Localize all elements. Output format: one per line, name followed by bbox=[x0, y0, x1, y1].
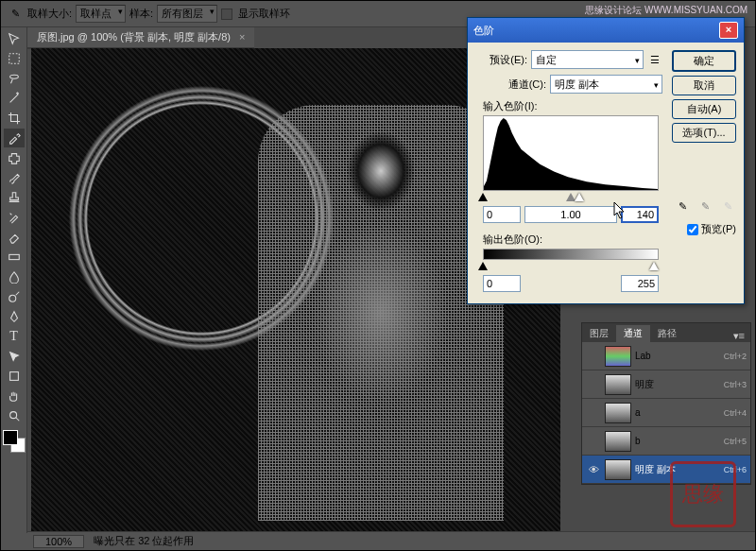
input-black-field[interactable] bbox=[483, 206, 521, 223]
panel-menu-icon[interactable]: ▾≡ bbox=[728, 330, 750, 342]
eyedropper-tool-icon: ✎ bbox=[7, 8, 24, 20]
show-ring-label: 显示取样环 bbox=[238, 7, 290, 21]
svg-point-2 bbox=[9, 295, 15, 301]
document-tab-title: 原图.jpg @ 100% (背景 副本, 明度 副本/8) bbox=[37, 31, 231, 43]
channel-row[interactable]: bCtrl+5 bbox=[582, 427, 750, 456]
output-gradient bbox=[483, 249, 659, 260]
blur-tool[interactable] bbox=[4, 267, 25, 286]
seal-stamp: 思缘 bbox=[670, 461, 736, 527]
eraser-tool[interactable] bbox=[4, 228, 25, 247]
tab-paths[interactable]: 路径 bbox=[650, 325, 684, 342]
channel-name: 明度 bbox=[635, 378, 720, 391]
input-gamma-field[interactable] bbox=[524, 206, 617, 223]
sample-select[interactable]: 所有图层 bbox=[157, 5, 217, 23]
gradient-tool[interactable] bbox=[4, 248, 25, 267]
channel-name: a bbox=[635, 407, 720, 418]
dialog-titlebar[interactable]: 色阶 × bbox=[468, 18, 744, 43]
output-white-slider[interactable] bbox=[649, 262, 659, 270]
eyedropper-group: ✎ ✎ ✎ bbox=[674, 198, 736, 215]
svg-rect-0 bbox=[9, 54, 19, 64]
hand-tool[interactable] bbox=[4, 387, 25, 405]
zoom-input[interactable]: 100% bbox=[33, 535, 84, 548]
channel-select[interactable]: 明度 副本 bbox=[550, 75, 662, 94]
sample-size-select[interactable]: 取样点 bbox=[76, 5, 126, 23]
document-tab[interactable]: 原图.jpg @ 100% (背景 副本, 明度 副本/8) × bbox=[27, 27, 254, 49]
crop-tool[interactable] bbox=[4, 109, 25, 128]
status-bar: 100% 曝光只在 32 位起作用 bbox=[27, 531, 755, 550]
channel-name: b bbox=[635, 436, 720, 446]
close-icon[interactable]: × bbox=[239, 31, 245, 43]
input-levels-label: 输入色阶(I): bbox=[483, 99, 662, 113]
channel-thumbnail bbox=[605, 403, 631, 423]
histogram bbox=[483, 115, 659, 191]
dialog-title: 色阶 bbox=[473, 24, 494, 38]
preset-select[interactable]: 自定 bbox=[531, 50, 644, 69]
white-point-slider[interactable] bbox=[575, 193, 584, 201]
dodge-tool[interactable] bbox=[4, 287, 25, 306]
input-white-field[interactable] bbox=[621, 206, 659, 223]
wand-tool[interactable] bbox=[4, 89, 25, 108]
input-slider[interactable] bbox=[483, 193, 659, 204]
brush-tool[interactable] bbox=[4, 168, 25, 187]
gray-eyedropper-icon[interactable]: ✎ bbox=[696, 198, 713, 215]
channel-thumbnail bbox=[605, 346, 631, 367]
channel-shortcut: Ctrl+5 bbox=[724, 437, 747, 446]
marquee-tool[interactable] bbox=[4, 49, 25, 68]
foreground-color[interactable] bbox=[3, 430, 18, 445]
mouse-cursor bbox=[613, 201, 627, 220]
path-select-tool[interactable] bbox=[4, 347, 25, 366]
toolbox: T bbox=[1, 27, 27, 533]
preview-checkbox[interactable] bbox=[687, 224, 698, 235]
svg-rect-1 bbox=[9, 254, 19, 259]
watermark-text: 思缘设计论坛 WWW.MISSYUAN.COM bbox=[585, 4, 747, 17]
channel-row[interactable]: LabCtrl+2 bbox=[582, 342, 750, 370]
levels-dialog: 色阶 × 确定 取消 自动(A) 选项(T)... 预设(E): 自定 ☰ 通道… bbox=[467, 17, 745, 304]
output-black-slider[interactable] bbox=[478, 262, 488, 270]
channel-thumbnail bbox=[605, 374, 631, 395]
output-white-field[interactable] bbox=[621, 275, 659, 292]
black-eyedropper-icon[interactable]: ✎ bbox=[674, 198, 691, 215]
ok-button[interactable]: 确定 bbox=[672, 50, 736, 72]
history-brush-tool[interactable] bbox=[4, 208, 25, 227]
tab-channels[interactable]: 通道 bbox=[616, 325, 650, 342]
pen-tool[interactable] bbox=[4, 307, 25, 326]
visibility-icon[interactable]: 👁 bbox=[586, 464, 601, 475]
eyedropper-tool[interactable] bbox=[4, 129, 25, 147]
channel-thumbnail bbox=[605, 459, 631, 480]
shape-tool[interactable] bbox=[4, 367, 25, 386]
channel-name: Lab bbox=[635, 351, 720, 361]
output-black-field[interactable] bbox=[483, 275, 521, 292]
channel-row[interactable]: 明度Ctrl+3 bbox=[582, 370, 750, 399]
stamp-tool[interactable] bbox=[4, 188, 25, 207]
type-tool[interactable]: T bbox=[4, 327, 25, 346]
color-swatches[interactable] bbox=[3, 430, 26, 453]
channel-shortcut: Ctrl+2 bbox=[724, 352, 747, 361]
auto-button[interactable]: 自动(A) bbox=[672, 99, 736, 119]
zoom-tool[interactable] bbox=[4, 406, 25, 425]
show-ring-checkbox[interactable] bbox=[221, 9, 232, 20]
channel-row[interactable]: aCtrl+4 bbox=[582, 399, 750, 427]
options-button[interactable]: 选项(T)... bbox=[672, 123, 736, 143]
white-eyedropper-icon[interactable]: ✎ bbox=[719, 198, 736, 215]
tab-layers[interactable]: 图层 bbox=[582, 325, 616, 342]
healing-tool[interactable] bbox=[4, 148, 25, 167]
sample-size-label: 取样大小: bbox=[27, 7, 72, 21]
sample-label: 样本: bbox=[129, 7, 153, 21]
svg-point-4 bbox=[9, 412, 16, 419]
move-tool[interactable] bbox=[4, 29, 25, 48]
cancel-button[interactable]: 取消 bbox=[672, 76, 736, 95]
output-slider[interactable] bbox=[483, 262, 659, 273]
black-point-slider[interactable] bbox=[478, 193, 488, 201]
lasso-tool[interactable] bbox=[4, 69, 25, 88]
preset-label: 预设(E): bbox=[475, 53, 527, 67]
preset-menu-icon[interactable]: ☰ bbox=[647, 54, 662, 66]
channel-label: 通道(C): bbox=[494, 77, 546, 92]
dialog-close-button[interactable]: × bbox=[719, 22, 738, 39]
channel-shortcut: Ctrl+4 bbox=[724, 408, 747, 418]
preview-label: 预览(P) bbox=[701, 222, 736, 236]
svg-rect-3 bbox=[9, 372, 18, 381]
status-text: 曝光只在 32 位起作用 bbox=[94, 534, 194, 548]
channel-thumbnail bbox=[605, 431, 631, 452]
channel-shortcut: Ctrl+3 bbox=[724, 380, 747, 389]
